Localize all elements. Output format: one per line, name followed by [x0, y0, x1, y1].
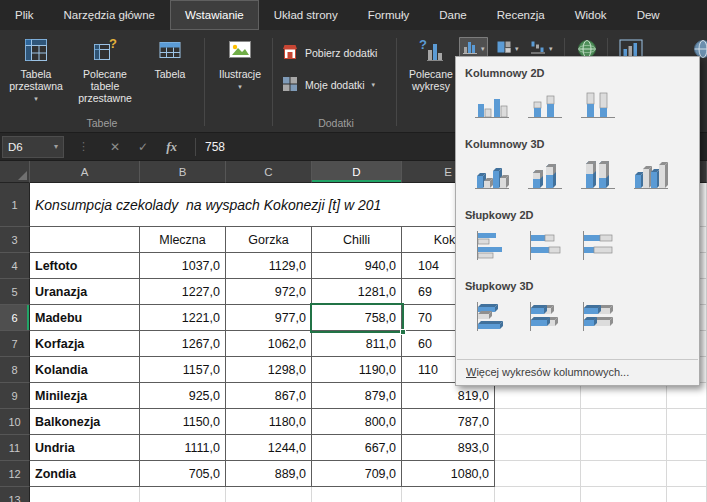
cell-b4: 1037,0: [140, 253, 226, 279]
ribbon-tab-dew[interactable]: Dew: [622, 0, 675, 30]
recommended-charts-label: Polecane: [402, 68, 460, 80]
row-header-13[interactable]: 13: [0, 487, 30, 502]
row-header-8[interactable]: 8: [0, 357, 30, 383]
empty-row: 13: [0, 487, 707, 502]
row-header-3[interactable]: 3: [0, 227, 30, 253]
name-box-caret-icon[interactable]: ▾: [54, 142, 58, 151]
row-header-11[interactable]: 11: [0, 435, 30, 461]
stacked-100-column-3d-button[interactable]: [574, 155, 621, 199]
my-addins-button[interactable]: Moje dodatki ▾: [281, 74, 375, 96]
cell-c12: 889,0: [226, 461, 312, 487]
svg-text:?: ?: [109, 37, 117, 51]
clustered-bar-icon: [472, 228, 512, 268]
recommended-charts-button[interactable]: ? Polecane wykresy: [402, 34, 460, 92]
stacked-100-bar-3d-button[interactable]: [574, 297, 621, 341]
cell-d5: 1281,0: [312, 279, 402, 305]
chart-menu-row: [456, 82, 699, 131]
select-all-button[interactable]: [0, 161, 30, 183]
cell-filler: [667, 383, 707, 409]
column-header-a[interactable]: A: [30, 161, 140, 183]
table-button[interactable]: Tabela: [144, 34, 196, 80]
cell-e12: 1080,0: [402, 461, 495, 487]
group-separator: [272, 38, 273, 126]
row-header-9[interactable]: 9: [0, 383, 30, 409]
ribbon-tab-wstawianie[interactable]: Wstawianie: [170, 0, 259, 30]
cell-d6: 758,0: [312, 305, 402, 331]
ribbon-tab-widok[interactable]: Widok: [560, 0, 622, 30]
get-addins-label: Pobierz dodatki: [305, 47, 377, 59]
column-header-d[interactable]: D: [312, 161, 402, 183]
cell-d8: 1190,0: [312, 357, 402, 383]
data-row: 9Minilezja925,0867,0879,0819,0: [0, 383, 707, 409]
cell-a12: Zondia: [30, 461, 140, 487]
stacked-100-column-button[interactable]: [574, 84, 621, 128]
recommended-pivottables-label: Polecane tabele: [68, 68, 142, 92]
chart-menu-section-title: Kolumnowy 3D: [456, 131, 699, 153]
formula-enter-icon[interactable]: ✓: [138, 140, 148, 154]
my-addins-icon: [281, 75, 299, 95]
column-header-c[interactable]: C: [226, 161, 312, 183]
row-header-5[interactable]: 5: [0, 279, 30, 305]
ribbon-tab-dane[interactable]: Dane: [424, 0, 482, 30]
ribbon-tab-uk-ad-strony[interactable]: Układ strony: [259, 0, 353, 30]
chart-menu-section-title: Słupkowy 3D: [456, 273, 699, 295]
more-column-charts-button[interactable]: Więcej wykresów kolumnowych...: [456, 360, 699, 385]
my-addins-label: Moje dodatki: [305, 79, 365, 91]
row-header-12[interactable]: 12: [0, 461, 30, 487]
pivottable-button[interactable]: Tabela przestawna ▾: [6, 34, 66, 105]
cell-b6: 1221,0: [140, 305, 226, 331]
recommended-pivottables-button[interactable]: ? Polecane tabele przestawne: [68, 34, 142, 104]
stacked-100-bar-button[interactable]: [574, 226, 621, 270]
ribbon-tab-formu-y[interactable]: Formuły: [353, 0, 425, 30]
clustered-column-3d-button[interactable]: [468, 155, 515, 199]
cell-a11: Undria: [30, 435, 140, 461]
cell-b5: 1227,0: [140, 279, 226, 305]
get-addins-button[interactable]: Pobierz dodatki: [281, 42, 377, 64]
cell-a7: Korfazja: [30, 331, 140, 357]
stacked-column-icon: [525, 86, 565, 126]
stacked-100-column-3d-icon: [578, 157, 618, 197]
stacked-bar-3d-button[interactable]: [521, 297, 568, 341]
illustrations-button[interactable]: Ilustracje ▾: [210, 34, 270, 93]
cell-filler: [495, 487, 581, 502]
cell-c13: [226, 487, 312, 502]
ribbon-tab-narz-dzia-g-wne[interactable]: Narzędzia główne: [49, 0, 170, 30]
clustered-column-button[interactable]: [468, 84, 515, 128]
stacked-column-3d-button[interactable]: [521, 155, 568, 199]
cell-e11: 893,0: [402, 435, 495, 461]
stacked-bar-button[interactable]: [521, 226, 568, 270]
svg-text:?: ?: [419, 37, 427, 52]
row-header-7[interactable]: 7: [0, 331, 30, 357]
chevron-down-icon: ▾: [549, 45, 553, 53]
cell-filler: [667, 409, 707, 435]
ribbon-tab-plik[interactable]: Plik: [0, 0, 49, 30]
cell-d7: 811,0: [312, 331, 402, 357]
insert-function-icon[interactable]: fx: [166, 139, 177, 155]
ribbon-tab-recenzja[interactable]: Recenzja: [482, 0, 560, 30]
cell-filler: [581, 461, 667, 487]
stacked-column-3d-icon: [525, 157, 565, 197]
cell-a9: Minilezja: [30, 383, 140, 409]
cell-b10: 1150,0: [140, 409, 226, 435]
cell-b9: 925,0: [140, 383, 226, 409]
excel-window: PlikNarzędzia główneWstawianieUkład stro…: [0, 0, 707, 502]
cell-c9: 867,0: [226, 383, 312, 409]
row-header-1[interactable]: 1: [0, 183, 30, 227]
column-3d-button[interactable]: [627, 155, 674, 199]
row-header-6[interactable]: 6: [0, 305, 30, 331]
formula-cancel-icon[interactable]: ✕: [110, 140, 120, 154]
cell-filler: [495, 409, 581, 435]
clustered-bar-3d-button[interactable]: [468, 297, 515, 341]
name-box[interactable]: D6 ▾: [2, 136, 64, 158]
row-header-10[interactable]: 10: [0, 409, 30, 435]
stacked-column-button[interactable]: [521, 84, 568, 128]
cell-c10: 1180,0: [226, 409, 312, 435]
row-header-4[interactable]: 4: [0, 253, 30, 279]
stacked-100-bar-icon: [578, 228, 618, 268]
column-header-b[interactable]: B: [140, 161, 226, 183]
formula-input[interactable]: 758: [205, 140, 225, 154]
clustered-bar-button[interactable]: [468, 226, 515, 270]
data-row: 12Zondia705,0889,0709,01080,0: [0, 461, 707, 487]
cell-c6: 977,0: [226, 305, 312, 331]
illustrations-label: Ilustracje: [210, 68, 270, 80]
